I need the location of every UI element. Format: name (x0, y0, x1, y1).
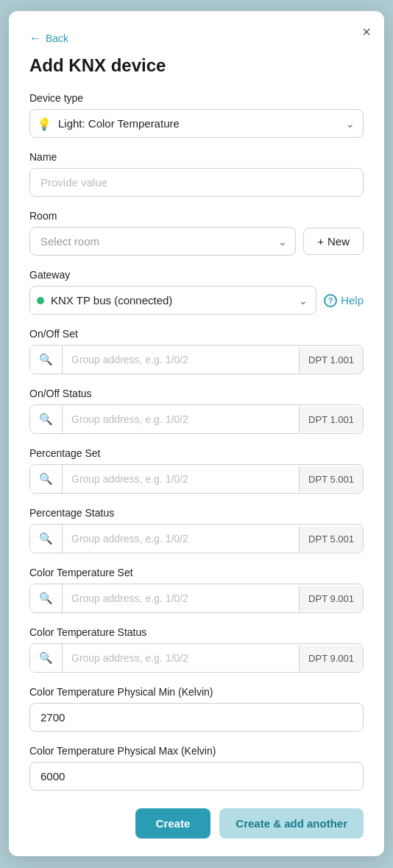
back-button[interactable]: ← Back (29, 32, 68, 45)
search-icon-btn-4[interactable]: 🔍 (30, 584, 63, 612)
dpt-badge-3: DPT 5.001 (299, 526, 363, 552)
search-icon-btn-2[interactable]: 🔍 (30, 465, 63, 493)
close-button[interactable]: × (362, 24, 371, 39)
help-button[interactable]: ? Help (324, 294, 364, 307)
address-fields-container: On/Off Set🔍DPT 1.001On/Off Status🔍DPT 1.… (29, 328, 364, 673)
room-select-wrapper: Select room ⌄ (29, 227, 296, 256)
help-circle-icon: ? (324, 294, 337, 307)
address-field-group-2: Percentage Set🔍DPT 5.001 (29, 447, 364, 494)
gateway-select-wrapper: KNX TP bus (connected) ⌄ (29, 286, 316, 315)
search-icon: 🔍 (39, 353, 53, 365)
address-field-group-4: Color Temperature Set🔍DPT 9.001 (29, 567, 364, 613)
name-label: Name (29, 151, 364, 163)
gateway-label: Gateway (29, 269, 364, 281)
address-field-row-0: 🔍DPT 1.001 (29, 345, 364, 374)
address-input-5[interactable] (63, 645, 299, 671)
address-input-3[interactable] (63, 525, 299, 552)
address-input-0[interactable] (63, 346, 299, 373)
address-field-label-3: Percentage Status (29, 507, 364, 519)
search-icon-btn-3[interactable]: 🔍 (30, 525, 63, 553)
address-field-label-4: Color Temperature Set (29, 567, 364, 578)
address-field-group-5: Color Temperature Status🔍DPT 9.001 (29, 626, 364, 673)
address-input-1[interactable] (63, 406, 299, 433)
search-icon-btn-1[interactable]: 🔍 (30, 405, 63, 433)
address-input-2[interactable] (63, 466, 299, 492)
room-group: Room Select room ⌄ + New (29, 210, 364, 256)
back-arrow-icon: ← (29, 32, 41, 45)
search-icon: 🔍 (39, 651, 53, 664)
gateway-select[interactable]: KNX TP bus (connected) (29, 286, 316, 315)
search-icon: 🔍 (39, 592, 53, 604)
address-field-row-2: 🔍DPT 5.001 (29, 464, 364, 494)
address-field-group-3: Percentage Status🔍DPT 5.001 (29, 507, 364, 553)
device-type-select[interactable]: Light: Color Temperature Light: Switch L… (29, 109, 364, 138)
footer-buttons: Create Create & add another (29, 808, 364, 839)
address-field-group-0: On/Off Set🔍DPT 1.001 (29, 328, 364, 374)
add-knx-device-modal: × ← Back Add KNX device Device type 💡 Li… (9, 11, 384, 856)
device-type-group: Device type 💡 Light: Color Temperature L… (29, 92, 364, 138)
help-label: Help (341, 294, 364, 307)
search-icon-btn-5[interactable]: 🔍 (30, 644, 63, 672)
kelvin-min-group: Color Temperature Physical Min (Kelvin) (29, 686, 364, 732)
page-title: Add KNX device (29, 55, 364, 76)
search-icon-btn-0[interactable]: 🔍 (30, 346, 63, 374)
address-field-label-2: Percentage Set (29, 447, 364, 459)
address-field-row-4: 🔍DPT 9.001 (29, 584, 364, 613)
room-select[interactable]: Select room (29, 227, 296, 256)
room-row: Select room ⌄ + New (29, 227, 364, 256)
address-input-4[interactable] (63, 585, 299, 612)
back-label: Back (46, 32, 68, 44)
new-room-button[interactable]: + New (303, 228, 364, 255)
search-icon: 🔍 (39, 532, 53, 545)
address-field-row-5: 🔍DPT 9.001 (29, 643, 364, 673)
gateway-row: KNX TP bus (connected) ⌄ ? Help (29, 286, 364, 315)
address-field-label-1: On/Off Status (29, 388, 364, 399)
room-label: Room (29, 210, 364, 222)
device-type-label: Device type (29, 92, 364, 104)
name-group: Name (29, 151, 364, 197)
dpt-badge-2: DPT 5.001 (299, 466, 363, 492)
name-input[interactable] (29, 168, 364, 197)
create-button[interactable]: Create (135, 808, 211, 839)
plus-icon: + (317, 235, 324, 248)
dpt-badge-4: DPT 9.001 (299, 586, 363, 612)
kelvin-max-input[interactable] (29, 762, 364, 791)
gateway-group: Gateway KNX TP bus (connected) ⌄ ? Help (29, 269, 364, 315)
dpt-badge-1: DPT 1.001 (299, 407, 363, 433)
dpt-badge-5: DPT 9.001 (299, 645, 363, 671)
new-room-label: New (328, 235, 350, 248)
address-field-row-3: 🔍DPT 5.001 (29, 524, 364, 553)
create-add-another-button[interactable]: Create & add another (219, 808, 364, 839)
address-field-label-5: Color Temperature Status (29, 626, 364, 638)
search-icon: 🔍 (39, 472, 53, 485)
kelvin-min-label: Color Temperature Physical Min (Kelvin) (29, 686, 364, 698)
address-field-label-0: On/Off Set (29, 328, 364, 340)
address-field-row-1: 🔍DPT 1.001 (29, 405, 364, 434)
kelvin-min-input[interactable] (29, 703, 364, 732)
search-icon: 🔍 (39, 413, 53, 425)
kelvin-max-label: Color Temperature Physical Max (Kelvin) (29, 745, 364, 757)
dpt-badge-0: DPT 1.001 (299, 347, 363, 373)
address-field-group-1: On/Off Status🔍DPT 1.001 (29, 388, 364, 434)
kelvin-max-group: Color Temperature Physical Max (Kelvin) (29, 745, 364, 791)
device-type-select-wrapper: 💡 Light: Color Temperature Light: Switch… (29, 109, 364, 138)
